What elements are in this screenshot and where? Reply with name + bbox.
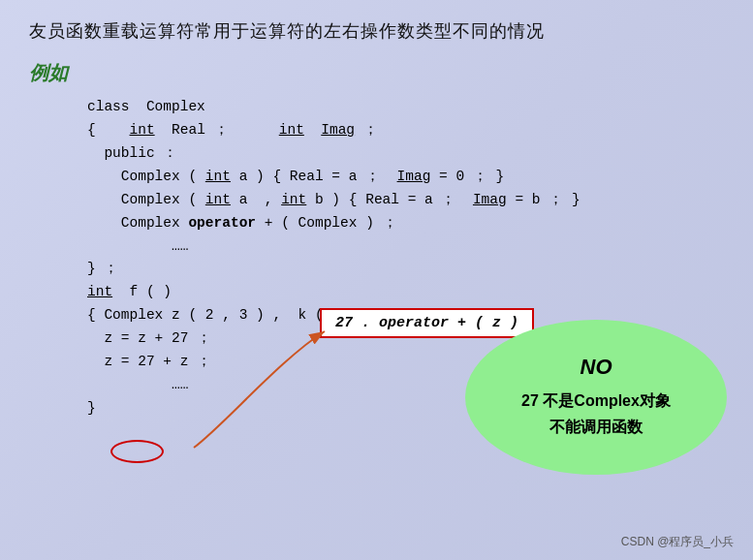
kw-int4: int [205, 192, 231, 207]
code-line-1: class Complex [87, 96, 724, 119]
no-ellipse-box: NO 27 不是Complex对象 不能调用函数 [465, 320, 727, 475]
imag3: Imag [473, 192, 507, 207]
code-line-7: …… [87, 235, 724, 259]
kw-int1: int [130, 122, 155, 138]
kw-int5: int [281, 192, 306, 207]
code-line-4: Complex ( int a ) { Real = a ； Imag = 0 … [87, 166, 724, 189]
kw-int6: int [87, 284, 112, 299]
kw-operator: operator [188, 215, 256, 231]
no-desc-line1: 27 不是Complex对象 [521, 388, 671, 414]
no-description: 27 不是Complex对象 不能调用函数 [521, 388, 671, 440]
no-label: NO [580, 355, 612, 380]
code-line-9: int f ( ) [87, 281, 724, 304]
code-line-2: { int Real ； int Imag ； [87, 119, 724, 142]
kw-int3: int [205, 169, 231, 184]
circle-27z [110, 440, 164, 463]
operator-annotation-box: 27 . operator + ( z ) [320, 308, 534, 338]
code-line-6: Complex operator + ( Complex ) ； [87, 212, 724, 235]
example-label: 例如 [29, 60, 724, 86]
code-line-3: public ： [87, 142, 724, 166]
slide: 友员函数重载运算符常用于运算符的左右操作数类型不同的情况 例如 class Co… [0, 0, 753, 560]
imag-underline: Imag [321, 122, 355, 138]
slide-title: 友员函数重载运算符常用于运算符的左右操作数类型不同的情况 [29, 19, 724, 43]
imag2: Imag [397, 169, 431, 184]
kw-int2: int [279, 122, 304, 138]
code-line-5: Complex ( int a , int b ) { Real = a ； I… [87, 189, 724, 212]
code-line-8: } ； [87, 258, 724, 281]
credit-text: CSDN @程序员_小兵 [621, 534, 734, 550]
no-desc-line2: 不能调用函数 [521, 414, 671, 440]
operator-annotation-text: 27 . operator + ( z ) [335, 315, 518, 331]
